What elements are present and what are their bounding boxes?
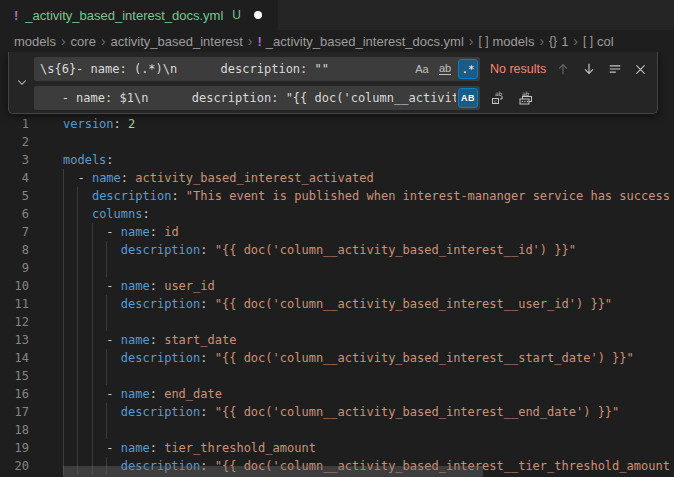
token-pun: : — [121, 171, 135, 185]
line-number[interactable]: 15 — [0, 367, 29, 385]
code-line[interactable]: 4 - name: activity_based_interest_activa… — [0, 169, 674, 187]
line-number[interactable]: 4 — [0, 169, 29, 187]
code-line[interactable]: 16 - name: end_date — [0, 385, 674, 403]
regex-button[interactable]: .* — [458, 59, 478, 79]
code-line[interactable]: 11 description: "{{ doc('column__activit… — [0, 295, 674, 313]
line-content[interactable] — [63, 133, 674, 151]
line-content[interactable]: columns: — [63, 205, 674, 223]
breadcrumb-item[interactable]: models — [14, 34, 56, 49]
preserve-case-button[interactable]: AB — [458, 88, 478, 108]
find-query-text: \s{6}- name: (.*)\n description: "" — [40, 62, 410, 76]
editor-pane[interactable]: 1version: 223models:4 - name: activity_b… — [0, 52, 674, 477]
code-line[interactable]: 9 — [0, 259, 674, 277]
indent-guide — [106, 295, 107, 313]
line-content[interactable]: - name: end_date — [63, 385, 674, 403]
code-line[interactable]: 2 — [0, 133, 674, 151]
line-number[interactable]: 20 — [0, 457, 29, 475]
line-number[interactable]: 13 — [0, 331, 29, 349]
line-content[interactable]: - name: id — [63, 223, 674, 241]
line-number[interactable]: 8 — [0, 241, 29, 259]
line-number[interactable]: 14 — [0, 349, 29, 367]
code-line[interactable]: 19 - name: tier_threshold_amount — [0, 439, 674, 457]
line-number[interactable]: 11 — [0, 295, 29, 313]
replace-button[interactable]: abc — [490, 90, 506, 106]
horizontal-scrollbar[interactable] — [63, 466, 483, 477]
line-content[interactable] — [63, 313, 674, 331]
line-content[interactable]: - name: activity_based_interest_activate… — [63, 169, 674, 187]
line-content[interactable] — [63, 259, 674, 277]
line-number[interactable]: 18 — [0, 421, 29, 439]
line-number[interactable]: 12 — [0, 313, 29, 331]
line-content[interactable]: description: "{{ doc('column__activity_b… — [63, 349, 674, 367]
breadcrumb-item[interactable]: !_activity_based_interest_docs.yml — [257, 34, 463, 49]
token-str: "{{ doc('column__activity_based_interest… — [215, 405, 620, 419]
modified-dot-icon[interactable] — [254, 11, 262, 19]
line-number[interactable]: 16 — [0, 385, 29, 403]
code-line[interactable]: 10 - name: user_id — [0, 277, 674, 295]
line-content[interactable]: description: "This event is published wh… — [63, 187, 674, 205]
code-line[interactable]: 12 — [0, 313, 674, 331]
token-num: 2 — [128, 117, 135, 131]
code-line[interactable]: 13 - name: start_date — [0, 331, 674, 349]
line-number[interactable]: 5 — [0, 187, 29, 205]
indent-guide — [63, 439, 64, 457]
code-line[interactable]: 15 — [0, 367, 674, 385]
line-number[interactable]: 9 — [0, 259, 29, 277]
indent-guide — [92, 421, 93, 439]
code-line[interactable]: 17 description: "{{ doc('column__activit… — [0, 403, 674, 421]
code-line[interactable]: 8 description: "{{ doc('column__activity… — [0, 241, 674, 259]
token-pun: : — [114, 117, 128, 131]
line-content[interactable]: - name: start_date — [63, 331, 674, 349]
line-number[interactable]: 6 — [0, 205, 29, 223]
line-number[interactable]: 3 — [0, 151, 29, 169]
close-icon — [634, 63, 647, 76]
symbol-array-icon: [ ] — [479, 34, 489, 48]
replace-input[interactable]: - name: $1\n description: "{{ doc('colum… — [34, 86, 480, 110]
find-input[interactable]: \s{6}- name: (.*)\n description: "" Aa a… — [34, 57, 480, 81]
line-number[interactable]: 17 — [0, 403, 29, 421]
previous-match-button[interactable] — [556, 62, 570, 76]
tab-bar: ! _activity_based_interest_docs.yml U — [0, 0, 674, 30]
line-content[interactable] — [63, 367, 674, 385]
next-match-button[interactable] — [582, 62, 596, 76]
breadcrumb-item[interactable]: [ ]col — [583, 34, 614, 49]
replace-all-button[interactable]: ab — [518, 90, 534, 106]
breadcrumb-item[interactable]: {}1 — [549, 34, 568, 49]
editor-tab[interactable]: ! _activity_based_interest_docs.yml U — [0, 0, 278, 30]
line-content[interactable]: description: "{{ doc('column__activity_b… — [63, 295, 674, 313]
code-line[interactable]: 14 description: "{{ doc('column__activit… — [0, 349, 674, 367]
line-content[interactable]: version: 2 — [63, 115, 674, 133]
line-number[interactable]: 7 — [0, 223, 29, 241]
line-content[interactable]: models: — [63, 151, 674, 169]
code-line[interactable]: 5 description: "This event is published … — [0, 187, 674, 205]
breadcrumb-label: 1 — [561, 34, 568, 49]
breadcrumb-item[interactable]: [ ]models — [479, 34, 535, 49]
breadcrumb-item[interactable]: core — [71, 34, 96, 49]
whole-word-button[interactable]: ab — [435, 59, 455, 79]
toggle-replace-button[interactable] — [9, 57, 34, 107]
line-number[interactable]: 2 — [0, 133, 29, 151]
line-content[interactable]: description: "{{ doc('column__activity_b… — [63, 241, 674, 259]
line-content[interactable] — [63, 421, 674, 439]
breadcrumb-separator-icon: › — [248, 33, 253, 49]
line-number[interactable]: 19 — [0, 439, 29, 457]
code-line[interactable]: 18 — [0, 421, 674, 439]
find-replace-widget: \s{6}- name: (.*)\n description: "" Aa a… — [8, 52, 658, 114]
line-number[interactable]: 10 — [0, 277, 29, 295]
code-line[interactable]: 6 columns: — [0, 205, 674, 223]
line-number[interactable]: 1 — [0, 115, 29, 133]
close-find-button[interactable] — [634, 63, 647, 76]
code-line[interactable]: 7 - name: id — [0, 223, 674, 241]
yaml-warning-icon: ! — [257, 34, 261, 49]
code-area[interactable]: 1version: 223models:4 - name: activity_b… — [0, 115, 674, 475]
line-content[interactable]: - name: user_id — [63, 277, 674, 295]
token-key: description — [121, 297, 200, 311]
token-key: name — [92, 171, 121, 185]
match-case-button[interactable]: Aa — [412, 59, 432, 79]
code-line[interactable]: 1version: 2 — [0, 115, 674, 133]
code-line[interactable]: 3models: — [0, 151, 674, 169]
line-content[interactable]: description: "{{ doc('column__activity_b… — [63, 403, 674, 421]
breadcrumb-item[interactable]: activity_based_interest — [111, 34, 243, 49]
line-content[interactable]: - name: tier_threshold_amount — [63, 439, 674, 457]
find-in-selection-button[interactable] — [608, 62, 622, 76]
